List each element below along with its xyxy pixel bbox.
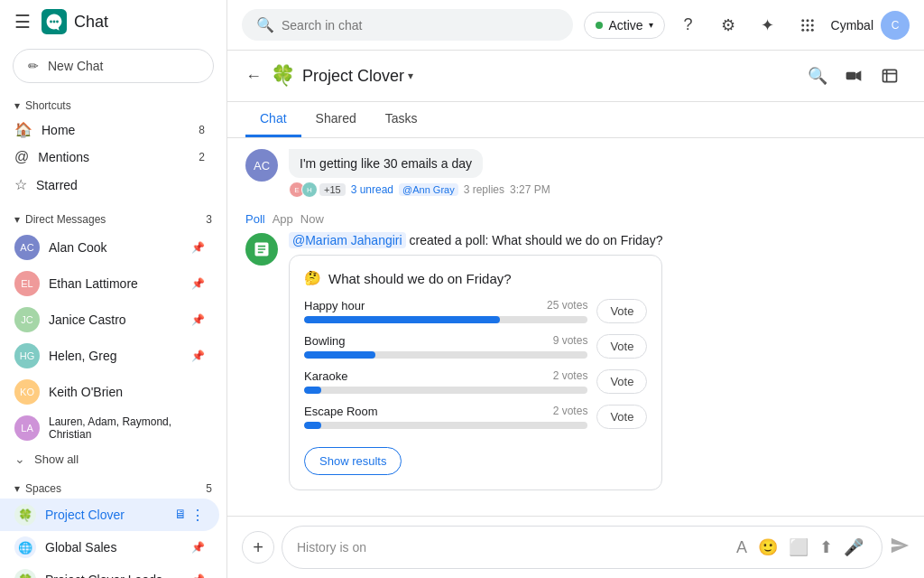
thread-avatars: E H [289,182,314,198]
svg-rect-13 [846,72,856,79]
sidebar-item-starred[interactable]: ☆ Starred [0,171,219,199]
box-icon[interactable]: ⬜ [785,534,812,561]
video-call-button[interactable] [837,60,870,92]
show-results-button[interactable]: Show results [304,447,402,475]
svg-point-5 [806,19,808,22]
tasks-button[interactable] [873,60,906,92]
show-all-dm[interactable]: ⌄ Show all [0,446,219,471]
chat-tabs: Chat Shared Tasks [227,102,924,138]
settings-button[interactable]: ⚙ [712,9,744,42]
space-header-icon: 🍀 [271,64,295,88]
active-dot [596,22,603,29]
pin-icon: 📌 [191,350,205,362]
chevron-down-icon: ▾ [14,482,20,495]
poll-bar-fill [304,316,500,323]
poll-question: 🤔 What should we do on Friday? [304,270,647,286]
poll-bar-fill [304,387,321,394]
shortcuts-section[interactable]: ▾ Shortcuts [0,92,226,116]
star-button[interactable]: ✦ [752,9,784,42]
pin-icon: 📌 [191,313,205,326]
sidebar-item-mentions[interactable]: @ Mentions 2 [0,144,219,171]
svg-point-7 [801,23,804,26]
back-button[interactable]: ← [245,67,262,86]
clover-leads-icon: 🍀 [14,569,36,578]
message-input-box[interactable]: History is on A 🙂 ⬜ ⬆ 🎤 [282,526,882,569]
dm-janice-castro[interactable]: JC Janice Castro 📌 [0,302,219,338]
chevron-down-icon: ▾ [14,99,20,112]
svg-point-12 [810,28,813,31]
help-button[interactable]: ? [672,9,705,42]
dm-ethan-lattimore[interactable]: EL Ethan Lattimore 📌 [0,266,219,302]
new-chat-button[interactable]: ✏ New Chat [13,49,214,83]
active-status-button[interactable]: Active ▾ [584,12,664,39]
chat-header: ← 🍀 Project Clover ▾ 🔍 [227,51,924,102]
chat-header-actions: 🔍 [801,60,906,92]
unread-count: 3 unread [351,183,393,196]
microphone-icon[interactable]: 🎤 [840,534,867,561]
pin-icon: 📌 [191,541,205,554]
direct-messages-section[interactable]: ▾ Direct Messages 3 [0,206,226,229]
grid-button[interactable] [791,9,824,42]
text-format-icon[interactable]: A [733,535,751,561]
sidebar-header: ☰ Chat [0,0,226,43]
dm-lauren-group[interactable]: LA Lauren, Adam, Raymond, Christian [0,410,219,446]
chevron-down-icon: ▾ [14,213,20,226]
brand-name: Cymbal [831,18,873,33]
svg-point-6 [810,19,813,22]
topbar: 🔍 Active ▾ ? ⚙ ✦ Cymbal C [227,0,924,51]
svg-point-4 [801,19,804,22]
dm-keith-obrien[interactable]: KO Keith O'Brien [0,374,219,410]
poll-bar-bg [304,351,587,359]
svg-point-3 [56,21,59,23]
user-avatar[interactable]: C [881,11,910,40]
poll-mention: @Mariam Jahangiri [289,232,406,248]
vote-button-escape-room[interactable]: Vote [596,405,647,429]
main-content: 🔍 Active ▾ ? ⚙ ✦ Cymbal C ← [227,0,924,578]
upload-icon[interactable]: ⬆ [816,534,836,561]
avatar: KO [14,379,40,405]
emoji-icon[interactable]: 🙂 [754,534,781,561]
chat-area: AC I'm getting like 30 emails a day E H … [227,138,924,516]
vote-button-happy-hour[interactable]: Vote [596,299,647,323]
avatar: AC [14,235,40,260]
hamburger-icon[interactable]: ☰ [14,11,31,33]
clover-icon: 🍀 [14,504,36,526]
thread-avatar: H [301,182,318,198]
search-input[interactable] [282,18,559,33]
search-in-chat-button[interactable]: 🔍 [801,60,834,92]
sidebar-item-home[interactable]: 🏠 Home 8 [0,116,219,144]
tab-tasks[interactable]: Tasks [371,102,432,137]
vote-button-bowling[interactable]: Vote [596,334,647,359]
pin-icon: 📌 [191,241,205,254]
pin-icon: 📌 [191,573,205,578]
space-project-clover[interactable]: 🍀 Project Clover 🖥 ⋮ [0,499,219,531]
video-icon[interactable]: 🖥 [174,507,187,524]
space-project-clover-leads[interactable]: 🍀 Project Clover Leads 📌 [0,564,219,578]
poll-tab-app[interactable]: App [273,212,293,226]
add-attachment-button[interactable]: + [242,531,274,564]
dm-alan-cook[interactable]: AC Alan Cook 📌 [0,229,219,266]
send-button[interactable] [890,536,910,560]
space-global-sales[interactable]: 🌐 Global Sales 📌 [0,531,219,564]
input-actions: A 🙂 ⬜ ⬆ 🎤 [733,534,867,561]
vote-button-karaoke[interactable]: Vote [596,369,647,394]
tab-chat[interactable]: Chat [245,102,301,137]
spaces-section[interactable]: ▾ Spaces 5 [0,475,226,499]
more-icon[interactable]: ⋮ [190,507,205,524]
poll-tab-now[interactable]: Now [300,212,324,226]
svg-rect-15 [883,70,897,81]
svg-point-11 [806,28,808,31]
space-actions: 🖥 ⋮ [174,507,205,524]
space-header-name: Project Clover [302,67,404,86]
search-box[interactable]: 🔍 [242,9,573,41]
poll-row: @Mariam Jahangiri created a poll: What s… [245,233,906,490]
avatar: LA [14,415,40,441]
tab-shared[interactable]: Shared [301,102,371,137]
space-dropdown-button[interactable]: ▾ [408,70,413,82]
thread-info[interactable]: E H +15 3 unread @Ann Gray 3 replies 3:2… [289,182,906,198]
poll-sender-avatar [245,233,278,266]
dm-helen-greg[interactable]: HG Helen, Greg 📌 [0,338,219,374]
reply-time: 3:27 PM [510,183,550,196]
poll-bar-fill [304,351,375,359]
poll-tab-poll[interactable]: Poll [245,212,265,226]
